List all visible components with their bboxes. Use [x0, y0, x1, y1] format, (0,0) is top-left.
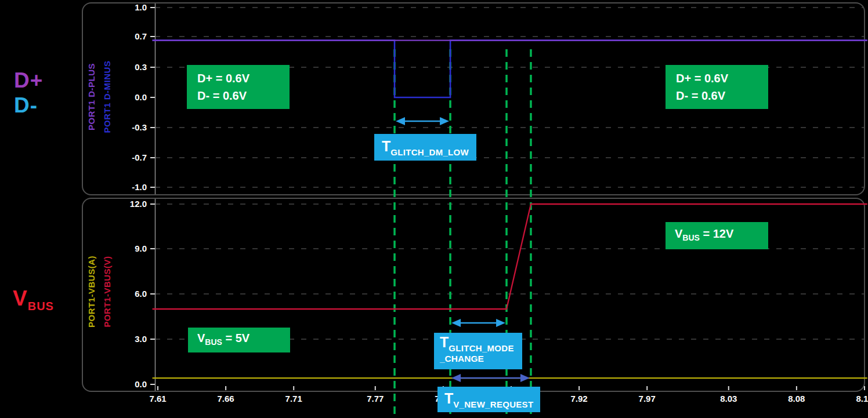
vbus-side-label-sub: BUS	[28, 300, 54, 312]
vbus-side-label: VBUS	[13, 286, 54, 313]
y-tick-label: 0.0	[114, 379, 147, 389]
y-tick-label: 0.3	[114, 62, 147, 72]
x-tick-label: 8.03	[710, 394, 747, 404]
y-tick-label: 0.7	[114, 31, 147, 41]
timing-text: TV_NEW_REQUEST	[444, 390, 533, 409]
vbus-side-label-v: V	[13, 286, 28, 310]
dplus-side-label: D+	[14, 68, 43, 93]
callout-vbus-12v: VBUS = 12V	[666, 222, 768, 249]
callout-text: VBUS = 5V	[197, 329, 249, 351]
y-tick-label: 12.0	[114, 199, 147, 209]
y-tick-label: 6.0	[114, 289, 147, 299]
x-tick-label: 7.61	[139, 394, 176, 404]
y-tick-label: 1.0	[114, 2, 147, 12]
callout-text: VBUS = 12V	[675, 225, 733, 246]
x-tick-label: 7.77	[357, 394, 394, 404]
y-tick-label: -0.7	[114, 152, 147, 162]
y-tick-label: 9.0	[114, 243, 147, 253]
timing-label-t-v-new-request: TV_NEW_REQUEST	[437, 387, 540, 412]
callout-dp-dm-right: D+ = 0.6V D- = 0.6V	[666, 65, 768, 109]
callout-vbus-5v: VBUS = 5V	[188, 328, 290, 352]
timing-label-t-glitch-dm-low: TGLITCH_DM_LOW	[374, 134, 476, 161]
callout-dp-dm-left: D+ = 0.6V D- = 0.6V	[187, 65, 290, 109]
x-tick-label: 7.92	[560, 394, 598, 404]
callout-line: D+ = 0.6V	[676, 70, 768, 87]
x-tick-label: 8.08	[778, 394, 815, 404]
y-tick-label: -1.0	[114, 182, 147, 192]
x-tick-label: 7.97	[628, 394, 666, 404]
x-tick-label: 7.71	[275, 394, 312, 404]
dminus-side-label: D-	[14, 93, 38, 118]
callout-line: D- = 0.6V	[197, 87, 290, 104]
timing-text-line2: _CHANGE	[440, 354, 522, 364]
x-tick-label: 8.13	[846, 394, 868, 404]
timing-label-t-glitch-mode-change: TGLITCH_MODE _CHANGE	[434, 333, 522, 369]
legend-port1-d-plus: PORT1 D-PLUS	[86, 53, 99, 140]
x-tick-label: 7.66	[207, 394, 244, 404]
legend-port1-vbus-a: PORT1-VBUS(A)	[86, 248, 99, 335]
legend-port1-vbus-v: PORT1-VBUS(V)	[102, 248, 115, 335]
y-tick-label: 0.0	[114, 92, 147, 102]
timing-text: TGLITCH_MODE	[440, 334, 522, 353]
callout-line: D- = 0.6V	[676, 87, 768, 104]
y-tick-label: 3.0	[114, 334, 147, 344]
callout-line: D+ = 0.6V	[197, 70, 290, 87]
legend-port1-d-minus: PORT1 D-MINUS	[102, 53, 115, 140]
y-tick-label: -0.3	[114, 122, 147, 132]
waveform-screenshot: D+ D- VBUS PORT1 D-PLUS PORT1 D-MINUS PO…	[0, 0, 868, 418]
timing-text: TGLITCH_DM_LOW	[382, 138, 469, 157]
